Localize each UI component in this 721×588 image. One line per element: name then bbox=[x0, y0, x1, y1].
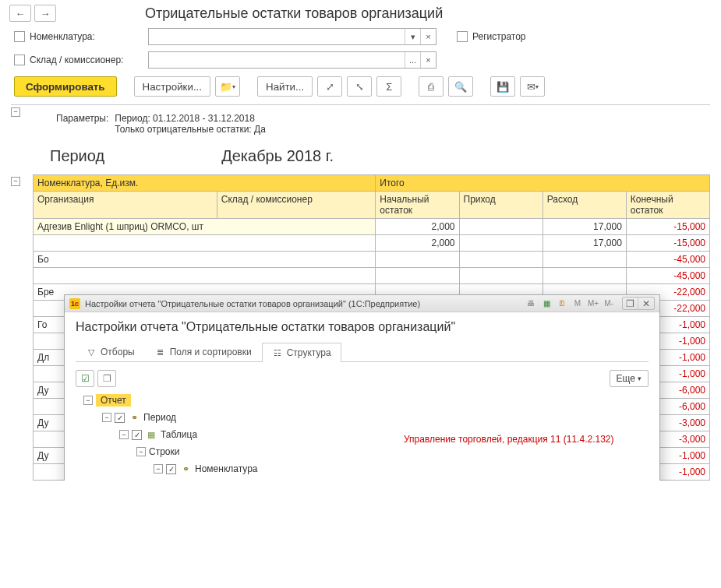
table-row[interactable]: -45,000 bbox=[34, 268, 710, 284]
settings-button[interactable]: Настройки... bbox=[134, 76, 210, 97]
th-warehouse: Склад / комиссионер bbox=[217, 192, 376, 219]
tree-check-nomen[interactable] bbox=[166, 464, 176, 474]
tree-toggle-table[interactable]: − bbox=[119, 430, 129, 439]
dlg-mminus-button[interactable]: M- bbox=[602, 298, 616, 310]
list-icon: ≣ bbox=[155, 347, 166, 357]
th-organization: Организация bbox=[34, 192, 217, 219]
table-row[interactable]: Адгезив Enlight (1 шприц) ORMCO, шт2,000… bbox=[34, 219, 710, 235]
tab-filters[interactable]: ▽Отборы bbox=[76, 342, 145, 361]
dialog-titlebar-text: Настройки отчета "Отрицательные остатки … bbox=[85, 299, 524, 308]
dlg-print-icon[interactable]: 🖶 bbox=[524, 298, 538, 310]
warehouse-ellipsis-button[interactable]: ... bbox=[405, 52, 420, 68]
dialog-heading: Настройки отчета "Отрицательные остатки … bbox=[76, 320, 649, 334]
chain-icon: ⚭ bbox=[128, 413, 140, 422]
mail-icon-button[interactable]: ✉▾ bbox=[520, 76, 545, 97]
dlg-calendar-icon[interactable]: 🗓 bbox=[555, 298, 569, 310]
dlg-mplus-button[interactable]: M+ bbox=[586, 298, 600, 310]
tree-nomen-label[interactable]: Номенклатура bbox=[195, 463, 258, 474]
warehouse-checkbox[interactable] bbox=[14, 55, 25, 65]
collapse-icon-button[interactable]: ⤡ bbox=[347, 76, 372, 97]
copy-button[interactable]: ❐ bbox=[97, 370, 116, 387]
tree-toggle-nomen[interactable]: − bbox=[154, 464, 163, 474]
structure-icon: ☷ bbox=[272, 347, 283, 358]
nav-back-button[interactable]: ← bbox=[9, 5, 31, 22]
th-initial-balance: Начальный остаток bbox=[376, 192, 459, 219]
expand-icon-button[interactable]: ⤢ bbox=[317, 76, 342, 97]
tree-toggle-rows[interactable]: − bbox=[136, 447, 146, 456]
th-total: Итого bbox=[376, 175, 710, 192]
check-all-button[interactable]: ☑ bbox=[76, 370, 94, 387]
settings-dialog: 1c Настройки отчета "Отрицательные остат… bbox=[64, 294, 660, 481]
chain-icon: ⚭ bbox=[179, 464, 192, 474]
warehouse-input[interactable]: ... × bbox=[148, 51, 436, 69]
nomenclature-checkbox[interactable] bbox=[14, 31, 25, 42]
variants-icon-button[interactable]: 📁▾ bbox=[215, 76, 240, 97]
table-row[interactable]: Бо-45,000 bbox=[34, 252, 710, 268]
nomenclature-input[interactable]: ▾ × bbox=[148, 28, 436, 45]
generate-button[interactable]: Сформировать bbox=[14, 76, 117, 97]
collapse-toggle[interactable]: − bbox=[11, 107, 20, 117]
th-expense: Расход bbox=[543, 192, 626, 219]
dlg-close-button[interactable]: ✕ bbox=[638, 298, 654, 309]
section-toggle[interactable]: − bbox=[11, 177, 20, 186]
nav-forward-button[interactable]: → bbox=[34, 5, 56, 22]
find-button[interactable]: Найти... bbox=[257, 76, 313, 97]
version-text: Управление торговлей, редакция 11 (11.4.… bbox=[404, 434, 614, 445]
nomenclature-dropdown-button[interactable]: ▾ bbox=[405, 29, 420, 44]
th-nomenclature: Номенклатура, Ед.изм. bbox=[34, 175, 376, 192]
tree-table-label[interactable]: Таблица bbox=[161, 429, 197, 440]
nomenclature-label: Номенклатура: bbox=[30, 31, 143, 42]
dlg-m-button[interactable]: M bbox=[571, 298, 585, 310]
th-income: Приход bbox=[459, 192, 543, 219]
params-line-2: Только отрицательные остатки: Да bbox=[115, 124, 266, 135]
tree-check-period[interactable] bbox=[115, 413, 125, 423]
tab-fields[interactable]: ≣Поля и сортировки bbox=[145, 342, 262, 361]
dlg-grid-icon[interactable]: ▦ bbox=[539, 298, 553, 310]
save-icon-button[interactable]: 💾 bbox=[490, 76, 515, 97]
period-label: Период bbox=[50, 147, 104, 165]
tree-check-table[interactable] bbox=[132, 430, 142, 440]
warehouse-clear-button[interactable]: × bbox=[420, 52, 436, 68]
table-row[interactable]: 2,00017,000-15,000 bbox=[34, 235, 710, 252]
tree-period-label[interactable]: Период bbox=[143, 412, 176, 423]
nomenclature-clear-button[interactable]: × bbox=[420, 29, 436, 44]
print-icon-button[interactable]: ⎙ bbox=[419, 76, 444, 97]
tree-rows-label[interactable]: Строки bbox=[149, 446, 179, 457]
more-button[interactable]: Еще▾ bbox=[610, 370, 649, 387]
tree-root-label[interactable]: Отчет bbox=[96, 394, 131, 407]
dlg-restore-button[interactable]: ❐ bbox=[623, 298, 638, 309]
funnel-icon: ▽ bbox=[86, 347, 97, 357]
tree-toggle-period[interactable]: − bbox=[102, 413, 111, 422]
preview-icon-button[interactable]: 🔍 bbox=[448, 76, 473, 97]
period-value: Декабрь 2018 г. bbox=[221, 147, 334, 165]
app-icon: 1c bbox=[69, 298, 80, 309]
tree-toggle-root[interactable]: − bbox=[83, 396, 93, 405]
th-final-balance: Конечный остаток bbox=[626, 192, 709, 219]
warehouse-label: Склад / комиссионер: bbox=[30, 55, 143, 65]
page-title: Отрицательные остатки товаров организаци… bbox=[145, 5, 443, 22]
registrator-checkbox[interactable] bbox=[457, 31, 468, 42]
params-label: Параметры: bbox=[56, 113, 108, 135]
tab-structure[interactable]: ☷Структура bbox=[262, 343, 341, 362]
params-line-1: Период: 01.12.2018 - 31.12.2018 bbox=[115, 113, 266, 124]
sum-icon-button[interactable]: Σ bbox=[376, 76, 401, 97]
registrator-label: Регистратор bbox=[472, 31, 526, 42]
table-icon: ▦ bbox=[145, 430, 157, 439]
